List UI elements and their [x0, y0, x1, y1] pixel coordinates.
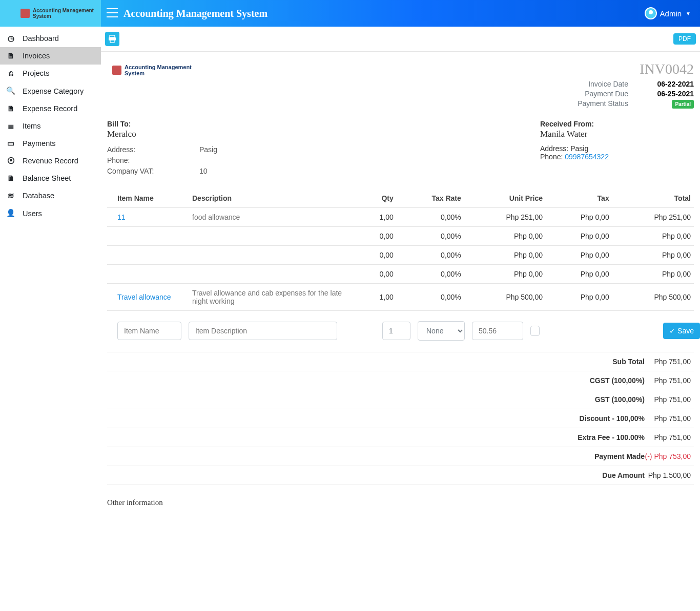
total-row: Discount - 100,00%Php 751,00: [107, 409, 694, 428]
projects-icon: ⎌: [6, 69, 15, 77]
brand-text-bottom: System: [33, 13, 94, 19]
phone-link[interactable]: 09987654322: [565, 153, 609, 161]
pdf-button[interactable]: PDF: [673, 33, 696, 45]
tax-select[interactable]: None: [418, 321, 465, 341]
search-icon: 🔍: [6, 87, 15, 95]
total-row: Due AmountPhp 1.500,00: [107, 466, 694, 485]
brand-text-top: Accounting Management: [33, 8, 94, 13]
price-input[interactable]: [472, 322, 523, 340]
received-from: Received From: Manila Water Address: Pas…: [540, 120, 694, 177]
brand-icon: [20, 9, 30, 18]
total-row: Extra Fee - 100.00%Php 751,00: [107, 428, 694, 447]
user-menu[interactable]: Admin ▼: [645, 7, 700, 19]
hamburger-icon[interactable]: [101, 8, 123, 19]
table-row: 0,000,00%Php 0,00Php 0,00Php 0,00: [107, 265, 694, 284]
other-info: Other information: [107, 498, 694, 507]
total-row: Payment Made(-) Php 753,00: [107, 447, 694, 466]
items-table: Item Name Description Qty Tax Rate Unit …: [107, 189, 694, 311]
totals: Sub TotalPhp 751,00CGST (100,00%)Php 751…: [107, 352, 694, 485]
sidebar-item-expense-category[interactable]: 🔍Expense Category: [0, 82, 101, 100]
sidebar-item-expense-record[interactable]: 🗎Expense Record: [0, 100, 101, 117]
qty-input[interactable]: [382, 322, 410, 340]
sidebar-item-payments[interactable]: ▭Payments: [0, 135, 101, 152]
total-row: GST (100,00%)Php 751,00: [107, 390, 694, 409]
entry-row: None ✓Save: [107, 311, 694, 352]
caret-down-icon: ▼: [686, 11, 691, 16]
main-content: PDF Accounting Management System INV0042…: [101, 27, 700, 522]
check-icon: ✓: [669, 327, 675, 335]
database-icon: ≋: [6, 192, 15, 200]
brand-area: Accounting Management System: [0, 0, 101, 27]
sidebar-item-items[interactable]: ≣Items: [0, 117, 101, 135]
item-link[interactable]: Travel allowance: [117, 293, 171, 301]
total-row: Sub TotalPhp 751,00: [107, 352, 694, 371]
status-badge: Partial: [672, 100, 694, 109]
avatar-icon: [645, 7, 657, 19]
total-row: CGST (100,00%)Php 751,00: [107, 371, 694, 390]
item-desc-input[interactable]: [189, 322, 337, 340]
invoice-meta: INV0042 Invoice Date06-22-2021 Payment D…: [578, 61, 694, 109]
svg-rect-0: [110, 35, 115, 37]
sidebar-item-database[interactable]: ≋Database: [0, 187, 101, 204]
user-icon: 👤: [6, 209, 15, 218]
dashboard-icon: ◷: [6, 34, 15, 43]
app-title: Accounting Management System: [123, 8, 267, 19]
item-link[interactable]: 11: [117, 213, 126, 221]
sidebar-item-projects[interactable]: ⎌Projects: [0, 65, 101, 82]
invoice-panel: Accounting Management System INV0042 Inv…: [101, 51, 700, 522]
app-header: Accounting Management System Accounting …: [0, 0, 700, 27]
print-button[interactable]: [105, 32, 119, 46]
sidebar-item-users[interactable]: 👤Users: [0, 204, 101, 222]
print-icon: [108, 35, 116, 43]
extra-input[interactable]: [530, 326, 540, 336]
user-name: Admin: [660, 9, 682, 18]
brand-icon: [112, 66, 121, 75]
money-icon: ▭: [6, 139, 15, 148]
bill-to: Bill To: Meralco Address:Pasig Phone: Co…: [107, 120, 540, 177]
invoice-number: INV0042: [578, 61, 694, 77]
invoice-icon: 🗎: [6, 52, 15, 60]
table-row: 0,000,00%Php 0,00Php 0,00Php 0,00: [107, 227, 694, 246]
sidebar: ◷Dashboard 🗎Invoices ⎌Projects 🔍Expense …: [0, 27, 101, 522]
table-row: 0,000,00%Php 0,00Php 0,00Php 0,00: [107, 246, 694, 265]
item-name-input[interactable]: [117, 322, 181, 340]
toolbar: PDF: [101, 27, 700, 51]
sidebar-item-invoices[interactable]: 🗎Invoices: [0, 47, 101, 65]
table-row: 11food allowance1,000,00%Php 251,00Php 0…: [107, 208, 694, 227]
save-button[interactable]: ✓Save: [663, 323, 700, 339]
sidebar-item-dashboard[interactable]: ◷Dashboard: [0, 30, 101, 47]
revenue-icon: ⦿: [6, 157, 15, 165]
sidebar-item-revenue-record[interactable]: ⦿Revenue Record: [0, 152, 101, 170]
list-icon: ≣: [6, 122, 15, 130]
sheet-icon: 🗎: [6, 174, 15, 182]
invoice-brand: Accounting Management System: [107, 61, 578, 109]
sidebar-item-balance-sheet[interactable]: 🗎Balance Sheet: [0, 170, 101, 187]
table-row: Travel allowanceTravel allowance and cab…: [107, 284, 694, 311]
file-icon: 🗎: [6, 104, 15, 113]
